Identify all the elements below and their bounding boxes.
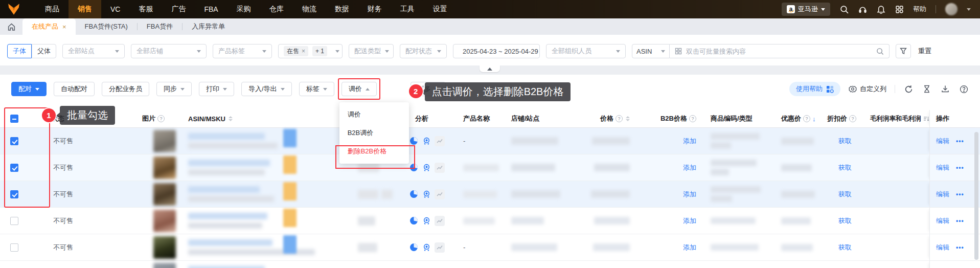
- reset-button[interactable]: 重置: [918, 47, 931, 56]
- headset-icon[interactable]: [858, 5, 867, 14]
- sort-desc-icon[interactable]: ↓: [812, 115, 816, 123]
- close-icon[interactable]: ×: [62, 23, 66, 31]
- listing-status-select[interactable]: 在售× + 1: [278, 44, 343, 58]
- nav-item-ads[interactable]: 广告: [162, 0, 195, 18]
- nav-item-logistics[interactable]: 物流: [293, 0, 326, 18]
- product-tag-select[interactable]: 产品标签: [213, 44, 272, 58]
- more-actions-icon[interactable]: •••: [956, 217, 964, 225]
- pie-analysis-icon[interactable]: [409, 163, 418, 172]
- radar-analysis-icon[interactable]: [422, 190, 431, 199]
- select-all-checkbox[interactable]: [10, 115, 18, 123]
- home-icon[interactable]: [0, 18, 22, 35]
- table-row[interactable]: 不可售 添加 获取 编辑•••: [0, 208, 980, 234]
- trend-analysis-icon[interactable]: [435, 216, 445, 226]
- reprice-button[interactable]: 调价: [341, 82, 377, 96]
- nav-item-sales[interactable]: 销售: [69, 0, 101, 18]
- table-row[interactable]: 不可售 添加 获取 编辑•••: [0, 181, 980, 208]
- trend-analysis-icon[interactable]: [435, 136, 445, 146]
- pair-button[interactable]: 配对: [11, 82, 47, 96]
- more-actions-icon[interactable]: •••: [956, 244, 964, 251]
- bell-icon[interactable]: [876, 5, 885, 14]
- more-actions-icon[interactable]: •••: [956, 138, 964, 145]
- nav-help-link[interactable]: 帮助: [913, 5, 926, 14]
- discount-fetch-link[interactable]: 获取: [838, 216, 852, 226]
- radar-analysis-icon[interactable]: [422, 243, 431, 252]
- radar-analysis-icon[interactable]: [422, 137, 431, 146]
- b2b-add-link[interactable]: 添加: [683, 137, 696, 146]
- edit-link[interactable]: 编辑: [936, 216, 949, 226]
- custom-columns-button[interactable]: 自定义列: [849, 84, 886, 94]
- more-actions-icon[interactable]: •••: [956, 164, 964, 171]
- edit-link[interactable]: 编辑: [936, 243, 949, 252]
- col-asin-msku[interactable]: ASIN/MSKU: [188, 115, 233, 123]
- vertical-scrollbar[interactable]: [974, 132, 978, 260]
- menu-item-delete-b2b-price[interactable]: 删除B2B价格: [339, 142, 409, 161]
- question-icon[interactable]: [959, 84, 969, 94]
- row-checkbox[interactable]: [10, 217, 18, 225]
- import-export-button[interactable]: 导入/导出: [241, 82, 292, 96]
- edit-link[interactable]: 编辑: [936, 163, 949, 172]
- nav-item-purchase[interactable]: 采购: [227, 0, 260, 18]
- pair-status-select[interactable]: 配对状态: [400, 44, 447, 58]
- sync-button[interactable]: 同步: [156, 82, 192, 96]
- usage-help-button[interactable]: 使用帮助: [789, 82, 840, 96]
- discount-fetch-link[interactable]: 获取: [838, 163, 852, 172]
- table-row[interactable]: 不可售: [0, 261, 980, 268]
- nav-item-warehouse[interactable]: 仓库: [260, 0, 293, 18]
- advanced-filter-button[interactable]: [896, 44, 911, 58]
- nav-item-fba[interactable]: FBA: [195, 0, 227, 18]
- print-button[interactable]: 打印: [199, 82, 234, 96]
- platform-switcher[interactable]: a 亚马逊: [782, 3, 830, 16]
- nav-item-goods[interactable]: 商品: [36, 0, 69, 18]
- org-member-select[interactable]: 全部组织人员: [546, 44, 626, 58]
- b2b-add-link[interactable]: 添加: [683, 163, 696, 172]
- info-icon[interactable]: ?: [689, 115, 696, 122]
- menu-item-reprice[interactable]: 调价: [339, 105, 409, 124]
- date-range-picker[interactable]: 2025-04-23 ~ 2025-04-29: [453, 44, 540, 58]
- b2b-add-link[interactable]: 添加: [683, 216, 696, 226]
- hourglass-icon[interactable]: [922, 84, 932, 94]
- table-row[interactable]: 不可售 - 添加 获取 编辑•••: [0, 234, 980, 261]
- apps-grid-icon[interactable]: [895, 5, 904, 14]
- discount-fetch-link[interactable]: 获取: [838, 190, 852, 199]
- tab-fba-shipment[interactable]: FBA货件: [138, 18, 182, 35]
- info-icon[interactable]: ?: [157, 115, 165, 122]
- delivery-type-select[interactable]: 配送类型: [349, 44, 394, 58]
- info-icon[interactable]: ?: [616, 115, 623, 122]
- radar-analysis-icon[interactable]: [422, 163, 431, 172]
- discount-fetch-link[interactable]: 获取: [838, 243, 852, 252]
- table-row[interactable]: 不可售 - 添加 获取 编辑•••: [0, 128, 980, 154]
- search-type-select[interactable]: ASIN: [632, 44, 670, 58]
- discount-fetch-link[interactable]: 获取: [838, 137, 852, 146]
- col-price[interactable]: 价格?: [600, 114, 630, 123]
- store-select[interactable]: 全部店铺: [131, 44, 207, 58]
- close-icon[interactable]: ×: [302, 48, 305, 55]
- trend-analysis-icon[interactable]: [435, 242, 445, 253]
- b2b-add-link[interactable]: 添加: [683, 243, 696, 252]
- tag-button[interactable]: 标签: [299, 82, 334, 96]
- nav-item-vc[interactable]: VC: [101, 0, 129, 18]
- pie-analysis-icon[interactable]: [409, 137, 418, 146]
- col-profit[interactable]: 毛利润率和毛利润: [870, 115, 929, 123]
- pie-analysis-icon[interactable]: [409, 243, 418, 252]
- trend-analysis-icon[interactable]: [435, 189, 445, 199]
- search-input[interactable]: [686, 48, 872, 55]
- tab-fba-shipment-sta[interactable]: FBA货件(STA): [76, 18, 137, 35]
- row-checkbox[interactable]: [10, 243, 18, 252]
- variant-parent-button[interactable]: 父体: [32, 44, 56, 58]
- collapse-filter-handle[interactable]: [480, 65, 500, 72]
- row-check box[interactable]: [10, 190, 18, 198]
- nav-item-finance[interactable]: 财务: [358, 0, 391, 18]
- nav-item-settings[interactable]: 设置: [424, 0, 457, 18]
- nav-item-service[interactable]: 客服: [129, 0, 162, 18]
- download-icon[interactable]: [940, 84, 950, 94]
- row-checkbox[interactable]: [10, 137, 18, 145]
- search-icon[interactable]: [876, 48, 884, 55]
- edit-link[interactable]: 编辑: [936, 190, 949, 199]
- tab-online-products[interactable]: 在线产品 ×: [22, 18, 76, 35]
- auto-pair-button[interactable]: 自动配对: [54, 82, 95, 96]
- edit-link[interactable]: 编辑: [936, 137, 949, 146]
- row-checkbox[interactable]: [10, 164, 18, 172]
- pie-analysis-icon[interactable]: [409, 216, 418, 226]
- trend-analysis-icon[interactable]: [435, 163, 445, 173]
